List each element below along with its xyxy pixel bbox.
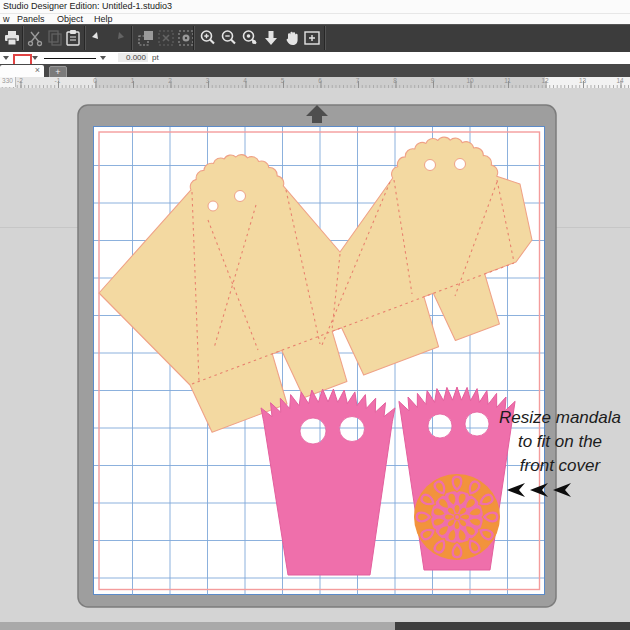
- cover-hole: [428, 414, 452, 438]
- punch-hole: [208, 201, 218, 211]
- punch-hole: [425, 160, 436, 171]
- annotation-note: Resize mandala to fit on the front cover: [487, 406, 630, 498]
- cover-hole: [465, 412, 489, 436]
- cover-hole: [340, 417, 365, 442]
- mandala-inner-disc: [431, 491, 483, 543]
- annotation-line: front cover: [487, 454, 630, 478]
- punch-hole: [455, 159, 466, 170]
- annotation-line: Resize mandala: [487, 406, 630, 430]
- cover-hole: [300, 418, 326, 444]
- punch-hole: [235, 191, 246, 202]
- status-strip-dark: [395, 622, 630, 630]
- canvas-scene[interactable]: [0, 0, 630, 630]
- annotation-line: to fit on the: [487, 430, 630, 454]
- application-window: Studio Designer Edition: Untitled-1.stud…: [0, 0, 630, 630]
- status-strip: [0, 622, 395, 630]
- left-arrows-icon: [505, 482, 575, 498]
